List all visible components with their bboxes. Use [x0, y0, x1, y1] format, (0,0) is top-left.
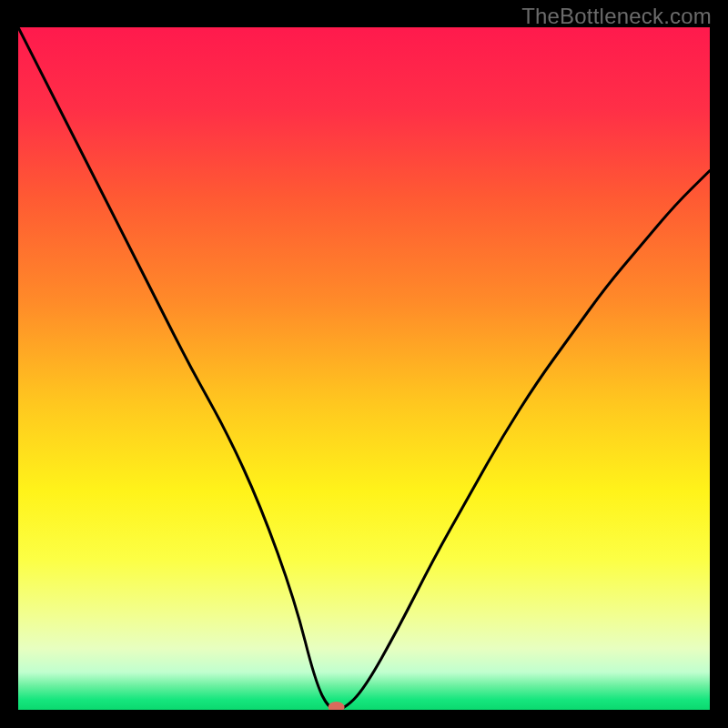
gradient-background: [18, 27, 710, 710]
plot-area: [18, 27, 710, 710]
chart-svg: [18, 27, 710, 710]
watermark-label: TheBottleneck.com: [521, 4, 712, 29]
chart-frame: TheBottleneck.com: [0, 0, 728, 728]
